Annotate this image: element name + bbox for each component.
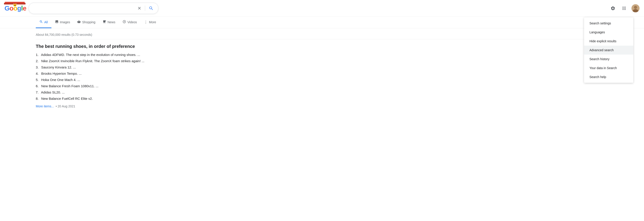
more-items-link[interactable]: More items... (36, 104, 54, 108)
clear-icon: ✕ (138, 6, 141, 11)
results-area: About 84,700,000 results (0.73 seconds) … (0, 28, 644, 111)
search-submit-icon (149, 6, 154, 11)
tab-shopping[interactable]: Shopping (74, 17, 99, 28)
featured-result: The best running shoes, in order of pref… (36, 44, 181, 108)
more-row: More items... • 20 Aug 2021 (36, 104, 181, 108)
settings-button[interactable] (609, 4, 617, 12)
list-item: 8. New Balance FuelCell RC Elite v2. (36, 96, 181, 102)
search-bar: the best "jogging" shoes ✕ (28, 3, 158, 14)
tab-images[interactable]: Images (52, 17, 74, 28)
tab-news[interactable]: News (99, 17, 119, 28)
more-tab-icon: ⋮ (144, 20, 148, 24)
avatar-image (632, 4, 640, 12)
list-item: 6. New Balance Fresh Foam 1080v11. ... (36, 83, 181, 89)
dropdown-languages[interactable]: Languages (584, 28, 633, 37)
list-item: 7. Adidas SL20. ... (36, 89, 181, 96)
dropdown-your-data[interactable]: Your data in Search (584, 64, 633, 72)
list-item: 1. Adidas 4DFWD. The next step in the ev… (36, 52, 181, 58)
tab-videos[interactable]: Videos (119, 17, 141, 28)
nav-tabs: All Images Shopping News Videos ⋮ More T… (0, 17, 644, 28)
apps-button[interactable] (620, 4, 628, 12)
avatar[interactable] (632, 4, 640, 12)
tab-all-label: All (44, 20, 48, 24)
header-right (609, 4, 640, 12)
all-tab-icon (39, 20, 43, 24)
dropdown-search-history[interactable]: Search history (584, 54, 633, 64)
shopping-tab-icon (77, 20, 81, 24)
list-item: 4. Brooks Hyperion Tempo. ... (36, 70, 181, 77)
search-submit-button[interactable] (148, 5, 154, 12)
tab-shopping-label: Shopping (82, 20, 95, 24)
more-date: • 20 Aug 2021 (56, 104, 75, 108)
header: 🐱 Google the best "jogging" shoes ✕ (0, 0, 644, 17)
logo-decoration: 🐱 (13, 3, 17, 7)
tab-more[interactable]: ⋮ More (140, 17, 160, 28)
tab-news-label: News (108, 20, 116, 24)
videos-tab-icon (122, 20, 126, 24)
gear-icon (610, 6, 616, 11)
clear-button[interactable]: ✕ (137, 5, 142, 12)
result-list: 1. Adidas 4DFWD. The next step in the ev… (36, 52, 181, 102)
tab-videos-label: Videos (128, 20, 137, 24)
tab-images-label: Images (60, 20, 70, 24)
svg-point-1 (634, 6, 637, 9)
tab-more-label: More (149, 20, 156, 24)
results-count: About 84,700,000 results (0.73 seconds) (36, 31, 608, 39)
search-input[interactable]: the best "jogging" shoes (32, 6, 134, 11)
dropdown-search-settings[interactable]: Search settings (584, 19, 633, 28)
dropdown-hide-explicit[interactable]: Hide explicit results (584, 37, 633, 46)
news-tab-icon (103, 20, 106, 24)
google-logo[interactable]: 🐱 Google (4, 5, 25, 12)
list-item: 2. Nike ZoomX Invincible Run Flyknit. Th… (36, 58, 181, 64)
apps-grid-icon (622, 6, 626, 11)
result-title: The best running shoes, in order of pref… (36, 44, 181, 49)
settings-dropdown: Search settingsLanguagesHide explicit re… (584, 18, 633, 83)
images-tab-icon (55, 20, 58, 24)
list-item: 5. Hoka One One Mach 4. ... (36, 77, 181, 83)
dropdown-search-help[interactable]: Search help (584, 72, 633, 82)
dropdown-advanced-search[interactable]: Advanced search (584, 46, 633, 54)
tab-all[interactable]: All (36, 17, 52, 28)
list-item: 3. Saucony Kinvara 12. ... (36, 64, 181, 70)
